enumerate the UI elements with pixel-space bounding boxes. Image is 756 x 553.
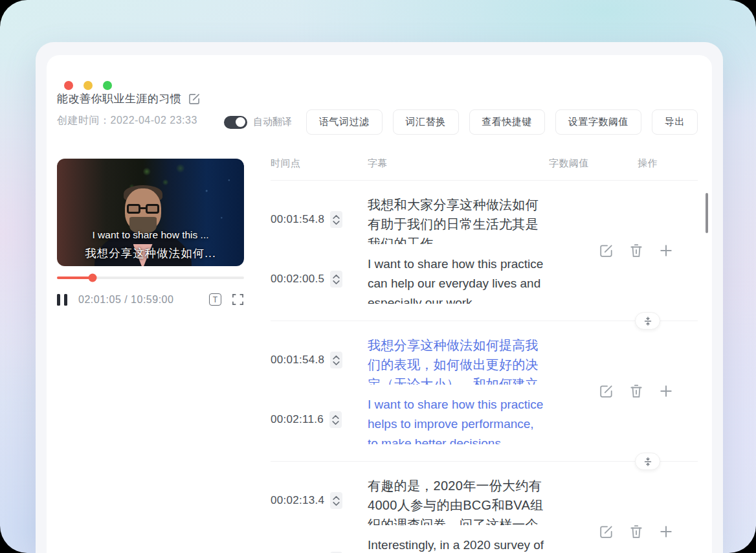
set-word-threshold-button[interactable]: 设置字数阈值 — [555, 109, 641, 135]
filler-words-filter-button[interactable]: 语气词过滤 — [306, 109, 383, 135]
time-stepper-icon[interactable] — [330, 492, 342, 509]
time-stepper-icon[interactable] — [330, 271, 342, 288]
table-header: 时间点 字幕 字数阈值 操作 — [271, 152, 698, 181]
video-player-panel: I want to share how this ... 我想分享这种做法如何.… — [57, 159, 245, 306]
auto-translate-toggle[interactable] — [224, 116, 247, 129]
window-controls — [64, 81, 112, 90]
content-card: 能改善你职业生涯的习惯 创建时间：2022-04-02 23:33 自动翻译 语… — [47, 55, 712, 553]
auto-translate-label: 自动翻译 — [253, 116, 292, 128]
desktop-background: 能改善你职业生涯的习惯 创建时间：2022-04-02 23:33 自动翻译 语… — [0, 0, 756, 553]
video-subtitle-en: I want to share how this ... — [57, 229, 244, 241]
source-timestamp: 00:02:13.4 — [271, 494, 324, 507]
subtitle-toggle-icon[interactable]: T — [209, 293, 221, 306]
project-header: 能改善你职业生涯的习惯 创建时间：2022-04-02 23:33 — [57, 91, 201, 128]
app-window: 能改善你职业生涯的习惯 创建时间：2022-04-02 23:33 自动翻译 语… — [36, 42, 723, 553]
zoom-window-button[interactable] — [103, 81, 112, 90]
edit-title-icon[interactable] — [188, 93, 201, 105]
close-window-button[interactable] — [64, 81, 73, 90]
video-subtitles: I want to share how this ... 我想分享这种做法如何.… — [57, 229, 244, 261]
export-button[interactable]: 导出 — [652, 109, 698, 135]
add-row-icon[interactable] — [659, 384, 673, 398]
delete-row-icon[interactable] — [630, 243, 643, 258]
toggle-knob — [236, 117, 245, 127]
time-stepper-icon[interactable] — [329, 411, 342, 428]
fullscreen-icon[interactable] — [232, 293, 244, 306]
minimize-window-button[interactable] — [83, 81, 93, 90]
source-timestamp: 00:01:54.8 — [271, 213, 324, 226]
time-display: 02:01:05 / 10:59:00 — [78, 294, 173, 306]
edit-row-icon[interactable] — [599, 243, 614, 258]
delete-row-icon[interactable] — [630, 525, 643, 539]
created-time-label: 创建时间：2022-04-02 23:33 — [57, 114, 201, 128]
subtitle-row: 00:01:54.8 我想分享这种做法如何提高我们的表现，如何做出更好的决定（无… — [271, 321, 698, 462]
translation-subtitle-text[interactable]: I want to share how this practice can he… — [368, 254, 545, 304]
source-subtitle-text[interactable]: 我想分享这种做法如何提高我们的表现，如何做出更好的决定（无论大小），和如何建立 — [368, 335, 545, 385]
subtitle-row: 00:01:54.8 我想和大家分享这种做法如何有助于我们的日常生活尤其是我们的… — [271, 181, 698, 321]
delete-row-icon[interactable] — [630, 384, 643, 398]
video-frame[interactable]: I want to share how this ... 我想分享这种做法如何.… — [57, 159, 244, 266]
pause-icon[interactable] — [57, 294, 67, 306]
translation-subtitle-text[interactable]: I want to share how this practice helps … — [368, 395, 545, 444]
add-row-icon[interactable] — [659, 525, 673, 539]
view-shortcuts-button[interactable]: 查看快捷键 — [469, 109, 546, 135]
scrollbar-thumb[interactable] — [706, 193, 708, 233]
translation-subtitle-text[interactable]: Interestingly, in a 2020 survey of some … — [368, 536, 545, 553]
add-row-icon[interactable] — [659, 243, 673, 258]
source-timestamp: 00:01:54.8 — [271, 354, 324, 367]
header-threshold: 字数阈值 — [549, 157, 589, 170]
merge-rows-icon[interactable] — [635, 312, 660, 330]
toolbar: 自动翻译 语气词过滤 词汇替换 查看快捷键 设置字数阈值 导出 — [224, 109, 698, 135]
seek-bar-fill — [57, 276, 93, 279]
vocab-replace-button[interactable]: 词汇替换 — [393, 109, 459, 135]
seek-bar-handle[interactable] — [88, 274, 96, 282]
time-stepper-icon[interactable] — [330, 211, 342, 228]
time-stepper-icon[interactable] — [330, 352, 342, 368]
player-controls: 02:01:05 / 10:59:00 T — [57, 293, 244, 306]
header-subtitle: 字幕 — [368, 157, 388, 170]
seek-bar[interactable] — [57, 276, 244, 279]
translation-timestamp: 00:02:00.5 — [271, 273, 324, 286]
header-time: 时间点 — [271, 157, 301, 170]
translation-timestamp: 00:02:11.6 — [271, 413, 324, 426]
auto-translate-control: 自动翻译 — [224, 116, 292, 129]
edit-row-icon[interactable] — [599, 384, 614, 398]
merge-rows-icon[interactable] — [635, 453, 660, 470]
source-subtitle-text[interactable]: 我想和大家分享这种做法如何有助于我们的日常生活尤其是我们的工作 — [368, 195, 545, 244]
subtitle-table: 时间点 字幕 字数阈值 操作 00:01:54.8 — [271, 152, 698, 553]
edit-row-icon[interactable] — [599, 525, 614, 539]
source-subtitle-text[interactable]: 有趣的是，2020年一份大约有4000人参与的由BCG和BVA组织的调查问卷，问… — [368, 476, 545, 525]
header-actions: 操作 — [638, 157, 658, 170]
video-subtitle-zh: 我想分享这种做法如何... — [57, 245, 244, 261]
project-title: 能改善你职业生涯的习惯 — [57, 91, 182, 106]
subtitle-row: 00:02:13.4 有趣的是，2020年一份大约有4000人参与的由BCG和B… — [271, 462, 698, 553]
